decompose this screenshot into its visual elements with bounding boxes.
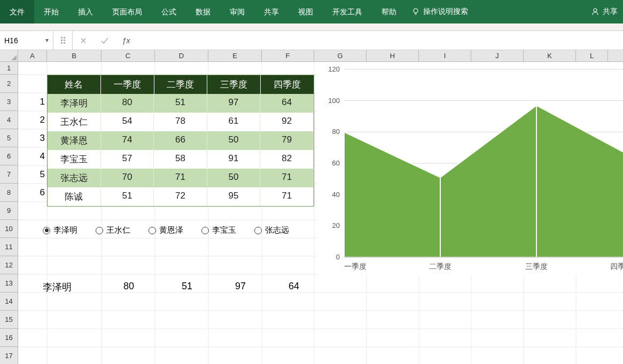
table-cell[interactable]: 陈诚: [48, 187, 101, 206]
row-header[interactable]: 13: [0, 274, 18, 292]
table-header-cell[interactable]: 二季度: [154, 75, 208, 94]
table-cell[interactable]: 64: [260, 94, 314, 113]
col-header[interactable]: I: [419, 50, 471, 61]
table-cell[interactable]: 54: [101, 113, 154, 131]
row-header[interactable]: 5: [0, 129, 18, 147]
table-row[interactable]: 黄泽恩74665079: [48, 131, 314, 150]
radio-option[interactable]: 黄恩泽: [149, 225, 183, 235]
col-header[interactable]: B: [47, 50, 102, 61]
radio-option[interactable]: 王水仁: [96, 225, 130, 235]
row-header[interactable]: 9: [0, 202, 18, 220]
table-row[interactable]: 李宝玉57589182: [48, 150, 314, 169]
table-cell[interactable]: 70: [101, 169, 154, 187]
cells-area[interactable]: 姓名 一季度 二季度 三季度 四季度 李泽明80519764王水仁5478619…: [18, 62, 623, 364]
col-header[interactable]: L: [576, 50, 608, 61]
row-header[interactable]: 7: [0, 165, 18, 184]
row-header[interactable]: 10: [0, 220, 18, 238]
name-box-input[interactable]: [4, 36, 36, 45]
formula-bar-drag-handle[interactable]: [53, 31, 73, 50]
share-button[interactable]: 共享: [586, 7, 623, 17]
echo-value[interactable]: 80: [97, 281, 160, 294]
select-all-corner[interactable]: [0, 50, 18, 61]
table-row[interactable]: 王水仁54786192: [48, 113, 314, 131]
table-cell[interactable]: 72: [154, 187, 207, 206]
col-header[interactable]: H: [367, 50, 419, 61]
row-header[interactable]: 14: [0, 292, 18, 311]
ribbon-tab-review[interactable]: 审阅: [220, 0, 254, 23]
table-cell[interactable]: 58: [154, 150, 207, 169]
row-header[interactable]: 4: [0, 111, 18, 129]
table-cell[interactable]: 80: [101, 94, 154, 113]
table-cell[interactable]: 61: [207, 113, 261, 131]
table-row[interactable]: 张志远70715071: [48, 169, 314, 187]
radio-option[interactable]: 李泽明: [43, 225, 77, 235]
row-header[interactable]: 6: [0, 147, 18, 165]
row-header[interactable]: 8: [0, 184, 18, 202]
table-cell[interactable]: 78: [154, 113, 207, 131]
echo-value[interactable]: 51: [160, 281, 214, 294]
table-header-cell[interactable]: 四季度: [261, 75, 314, 94]
row-header[interactable]: 15: [0, 311, 18, 329]
ribbon-tab-formulas[interactable]: 公式: [152, 0, 186, 23]
cancel-formula-button[interactable]: [73, 31, 94, 50]
echo-value[interactable]: 64: [267, 281, 321, 294]
row-header[interactable]: 3: [0, 93, 18, 111]
data-table[interactable]: 姓名 一季度 二季度 三季度 四季度 李泽明80519764王水仁5478619…: [47, 75, 314, 207]
echo-name[interactable]: 李泽明: [43, 281, 97, 294]
ribbon-tab-home[interactable]: 开始: [34, 0, 68, 23]
table-cell[interactable]: 71: [154, 169, 207, 187]
radio-option[interactable]: 李宝玉: [201, 225, 236, 235]
table-cell[interactable]: 张志远: [48, 169, 101, 187]
ribbon-tab-share[interactable]: 共享: [254, 0, 289, 23]
table-cell[interactable]: 82: [260, 150, 314, 169]
table-row[interactable]: 李泽明80519764: [48, 94, 314, 113]
fx-icon[interactable]: ƒx: [115, 31, 137, 50]
table-cell[interactable]: 79: [260, 131, 314, 150]
table-cell[interactable]: 95: [207, 187, 261, 206]
enter-formula-button[interactable]: [94, 31, 115, 50]
row-header[interactable]: 2: [0, 75, 18, 93]
table-cell[interactable]: 92: [260, 113, 314, 131]
col-header[interactable]: K: [524, 50, 576, 61]
col-header[interactable]: G: [314, 50, 367, 61]
table-cell[interactable]: 51: [154, 94, 207, 113]
ribbon-tab-file[interactable]: 文件: [0, 0, 34, 23]
table-cell[interactable]: 57: [101, 150, 154, 169]
ribbon-tab-insert[interactable]: 插入: [68, 0, 103, 23]
table-cell[interactable]: 71: [260, 169, 314, 187]
ribbon-tab-help[interactable]: 帮助: [372, 0, 406, 23]
ribbon-tab-developer[interactable]: 开发工具: [323, 0, 372, 23]
chart-area-series[interactable]: [344, 105, 623, 257]
ribbon-tab-view[interactable]: 视图: [289, 0, 323, 23]
table-cell[interactable]: 74: [101, 131, 154, 150]
table-header-cell[interactable]: 姓名: [48, 75, 101, 94]
table-cell[interactable]: 王水仁: [48, 113, 101, 131]
col-header[interactable]: C: [102, 50, 155, 61]
col-header[interactable]: E: [208, 50, 262, 61]
col-header[interactable]: J: [471, 50, 524, 61]
row-header[interactable]: 1: [0, 62, 18, 75]
table-header-cell[interactable]: 一季度: [101, 75, 154, 94]
row-header[interactable]: 16: [0, 329, 18, 347]
table-cell[interactable]: 51: [101, 187, 154, 206]
row-header[interactable]: 11: [0, 238, 18, 256]
row-header[interactable]: 17: [0, 347, 18, 364]
tell-me-search[interactable]: 操作说明搜索: [406, 7, 473, 17]
col-header[interactable]: A: [18, 50, 47, 61]
table-cell[interactable]: 71: [260, 187, 314, 206]
area-chart[interactable]: 020406080100120一季度二季度三季度四季度: [317, 62, 623, 275]
table-cell[interactable]: 50: [207, 131, 261, 150]
spreadsheet-grid[interactable]: A B C D E F G H I J K L 1234567891011121…: [0, 50, 623, 364]
ribbon-tab-data[interactable]: 数据: [186, 0, 220, 23]
table-row[interactable]: 陈诚51729571: [48, 187, 314, 206]
formula-input[interactable]: [140, 36, 620, 45]
echo-value[interactable]: 97: [214, 281, 267, 294]
col-header[interactable]: D: [155, 50, 208, 61]
table-cell[interactable]: 91: [207, 150, 261, 169]
radio-option[interactable]: 张志远: [254, 225, 289, 235]
name-box[interactable]: ▼: [0, 31, 53, 50]
table-cell[interactable]: 50: [207, 169, 261, 187]
ribbon-tab-pagelayout[interactable]: 页面布局: [103, 0, 152, 23]
table-cell[interactable]: 66: [154, 131, 207, 150]
table-cell[interactable]: 李泽明: [48, 94, 101, 113]
